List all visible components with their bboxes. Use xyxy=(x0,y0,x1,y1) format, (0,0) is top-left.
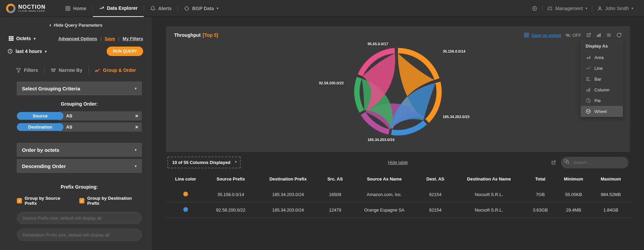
display-opt-pie[interactable]: Pie xyxy=(581,95,623,106)
svg-rect-45 xyxy=(589,88,590,92)
svg-rect-36 xyxy=(600,33,601,37)
nav-data-explorer[interactable]: Data Explorer xyxy=(93,0,144,17)
svg-point-27 xyxy=(96,70,97,71)
chk-group-src-prefix[interactable]: ✓Group by Source Prefix xyxy=(17,196,71,206)
line-icon xyxy=(586,65,591,71)
menu-icon[interactable] xyxy=(606,32,612,38)
tab-narrow-by[interactable]: Narrow By xyxy=(45,61,88,79)
nav-management[interactable]: Management ▾ xyxy=(542,0,592,17)
table-search-input[interactable] xyxy=(561,157,628,168)
pie-icon xyxy=(586,98,591,103)
export-icon[interactable] xyxy=(551,160,556,165)
line-chart-icon xyxy=(99,5,104,11)
display-opt-line[interactable]: Line xyxy=(581,63,623,74)
wheel-icon xyxy=(586,109,591,114)
bell-icon xyxy=(150,6,156,11)
tab-filters[interactable]: Filters xyxy=(10,61,44,79)
remove-chip-icon[interactable]: ✕ xyxy=(135,114,138,118)
svg-point-26 xyxy=(95,71,96,72)
svg-line-49 xyxy=(568,163,570,164)
chevron-down-icon: ▾ xyxy=(217,6,218,10)
svg-rect-3 xyxy=(68,9,70,10)
order-by-select[interactable]: Order by octets▼ xyxy=(17,143,142,157)
src-prefix-size-input[interactable] xyxy=(17,212,142,224)
chord-label-a: 95.65.0.0/17 xyxy=(368,42,388,46)
chart-area: 95.65.0.0/17 35.156.0.0/14 92.58.200.0/2… xyxy=(174,38,622,146)
nav-user[interactable]: John Smith ▾ xyxy=(592,0,638,17)
chevron-down-icon: ▾ xyxy=(34,37,35,40)
svg-rect-44 xyxy=(588,89,589,91)
bar-chart-icon[interactable] xyxy=(596,32,601,38)
display-as-title: Display As xyxy=(581,40,623,52)
main-content: Throughput [Top 5] Save as widget %: OFF xyxy=(152,17,644,250)
svg-rect-0 xyxy=(66,6,68,8)
run-query-button[interactable]: RUN QUERY xyxy=(107,47,143,56)
chevron-down-icon: ▾ xyxy=(586,6,587,10)
area-icon xyxy=(586,55,591,60)
display-opt-column[interactable]: Column xyxy=(581,84,623,95)
clock-icon xyxy=(7,49,13,54)
refresh-icon[interactable] xyxy=(616,32,622,38)
chord-label-b: 35.156.0.0/14 xyxy=(443,49,465,53)
table-row[interactable]: 35.156.0.0/14185.34.203.0/2416509Amazon.… xyxy=(166,187,630,202)
svg-point-47 xyxy=(586,109,590,113)
chip-destination[interactable]: Destination AS✕ xyxy=(17,122,142,132)
display-opt-bar[interactable]: Bar xyxy=(581,74,623,84)
brand-logo: NOCTION FLOW ANALYZER xyxy=(6,4,46,13)
nav-bgp-data[interactable]: BGP Data ▾ xyxy=(178,0,224,17)
chevron-down-icon: ▾ xyxy=(45,50,47,53)
query-sidebar: ‹‹ Hide Query Parameters Octets ▾ Advanc… xyxy=(0,17,152,250)
grouping-criteria-select[interactable]: Select Grouping Criteria▼ xyxy=(17,82,142,95)
advanced-options-link[interactable]: Advanced Options xyxy=(58,36,97,41)
my-filters-link[interactable]: My Filters xyxy=(123,36,143,41)
save-link[interactable]: Save xyxy=(105,36,115,41)
prefix-grouping-label: Prefix Grouping: xyxy=(17,184,142,190)
svg-rect-41 xyxy=(586,79,589,79)
svg-point-48 xyxy=(566,160,569,163)
funnel-icon xyxy=(16,67,21,73)
percent-toggle[interactable]: %: OFF xyxy=(566,33,581,38)
svg-rect-34 xyxy=(597,35,598,37)
narrow-icon xyxy=(51,67,56,73)
nav-alerts[interactable]: Alerts xyxy=(144,0,178,17)
checkbox-checked-icon: ✓ xyxy=(79,198,84,203)
top-nav: NOCTION FLOW ANALYZER Home Data Explorer… xyxy=(0,0,644,17)
nav-chat[interactable] xyxy=(527,0,542,17)
nav-home[interactable]: Home xyxy=(59,0,92,17)
sort-direction-select[interactable]: Descending Order▼ xyxy=(17,159,142,173)
display-opt-area[interactable]: Area xyxy=(581,52,623,63)
chip-source[interactable]: Source AS✕ xyxy=(17,111,142,120)
metric-selector[interactable]: Octets ▾ xyxy=(9,36,35,41)
brand-name: NOCTION xyxy=(18,4,46,10)
remove-chip-icon[interactable]: ✕ xyxy=(135,125,138,130)
time-range-selector[interactable]: last 4 hours ▾ xyxy=(7,49,47,54)
grouping-order-label: Grouping Order: xyxy=(17,101,142,107)
display-opt-wheel[interactable]: Wheel xyxy=(581,106,623,117)
svg-rect-40 xyxy=(586,77,589,78)
svg-rect-42 xyxy=(586,80,590,81)
widget-icon xyxy=(524,32,529,38)
column-icon xyxy=(586,87,591,92)
columns-displayed-button[interactable]: 10 of 55 Columns Displayed xyxy=(167,157,241,168)
tab-group-order[interactable]: Group & Order xyxy=(89,61,142,79)
checkbox-checked-icon: ✓ xyxy=(17,198,22,203)
row-color-dot xyxy=(183,207,188,212)
svg-rect-31 xyxy=(527,33,529,35)
group-order-icon xyxy=(95,67,100,73)
dst-prefix-size-input[interactable] xyxy=(17,229,142,241)
svg-point-4 xyxy=(185,6,189,10)
svg-point-29 xyxy=(99,69,100,70)
svg-rect-33 xyxy=(527,35,529,37)
sliders-icon xyxy=(547,6,553,11)
chart-top-badge: [Top 5] xyxy=(203,32,218,38)
chord-chart[interactable]: 95.65.0.0/17 35.156.0.0/14 92.58.200.0/2… xyxy=(347,41,449,142)
save-as-widget-link[interactable]: Save as widget xyxy=(524,32,561,38)
hide-query-toggle[interactable]: ‹‹ Hide Query Parameters xyxy=(0,17,152,33)
table-row[interactable]: 92.58.200.0/22185.34.203.0/2412479Orange… xyxy=(166,202,630,218)
external-link-icon[interactable] xyxy=(586,32,591,38)
hide-table-link[interactable]: Hide table xyxy=(388,160,408,165)
chk-group-dst-prefix[interactable]: ✓Group by Destination Prefix xyxy=(79,196,142,206)
svg-rect-2 xyxy=(66,9,68,10)
svg-rect-25 xyxy=(52,71,55,72)
hbar-icon xyxy=(586,76,591,82)
